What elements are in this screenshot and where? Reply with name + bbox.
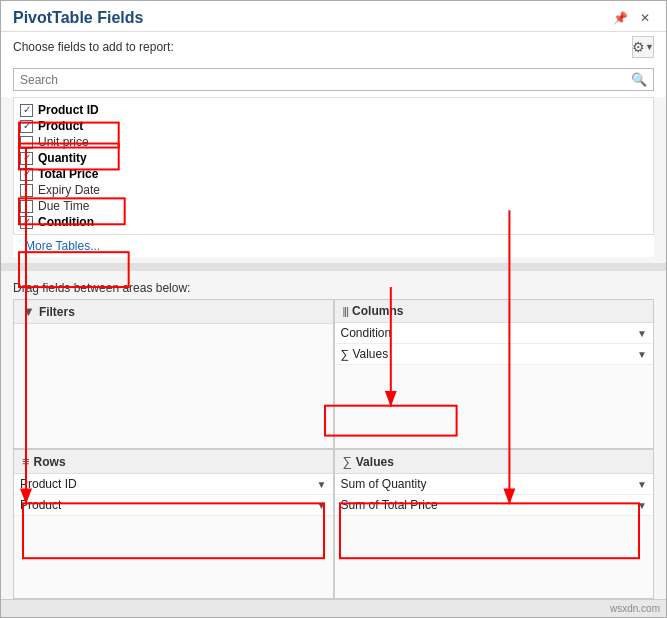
search-area: 🔍 [1, 64, 666, 97]
areas-grid: ▼ Filters ||| Columns Condition ▼ ∑ Valu… [13, 299, 654, 599]
row-item-product-arrow: ▼ [317, 500, 327, 511]
field-item-due_time[interactable]: Due Time [14, 198, 653, 214]
columns-icon: ||| [343, 305, 349, 317]
values-panel: ∑ Values Sum of Quantity ▼ Sum of Total … [334, 449, 655, 599]
field-checkbox-product_id[interactable] [20, 104, 33, 117]
pivot-table-fields-panel: PivotTable Fields 📌 ✕ Choose fields to a… [0, 0, 667, 618]
value-item-quantity-label: Sum of Quantity [341, 477, 638, 491]
fields-list: Product IDProductUnit priceQuantityTotal… [13, 97, 654, 235]
column-item-values[interactable]: ∑ Values ▼ [335, 344, 654, 365]
columns-header: ||| Columns [335, 300, 654, 323]
field-label-total_price: Total Price [38, 167, 98, 181]
title-controls: 📌 ✕ [609, 11, 654, 25]
value-item-quantity[interactable]: Sum of Quantity ▼ [335, 474, 654, 495]
separator [1, 263, 666, 271]
field-label-product: Product [38, 119, 83, 133]
column-item-condition-label: Condition [341, 326, 638, 340]
row-item-productid[interactable]: Product ID ▼ [14, 474, 333, 495]
rows-label: Rows [34, 455, 66, 469]
search-input[interactable] [20, 73, 631, 87]
drag-label: Drag fields between areas below: [1, 277, 666, 299]
field-item-product[interactable]: Product [14, 118, 653, 134]
field-checkbox-unit_price[interactable] [20, 136, 33, 149]
field-checkbox-product[interactable] [20, 120, 33, 133]
values-icon: ∑ [343, 454, 352, 469]
field-label-expiry_date: Expiry Date [38, 183, 100, 197]
rows-header: ≡ Rows [14, 450, 333, 474]
panel-title: PivotTable Fields [13, 9, 143, 27]
field-checkbox-total_price[interactable] [20, 168, 33, 181]
columns-panel: ||| Columns Condition ▼ ∑ Values ▼ [334, 299, 655, 449]
filters-label: Filters [39, 305, 75, 319]
field-checkbox-expiry_date[interactable] [20, 184, 33, 197]
value-item-totalprice[interactable]: Sum of Total Price ▼ [335, 495, 654, 516]
close-button[interactable]: ✕ [636, 11, 654, 25]
field-checkbox-condition[interactable] [20, 216, 33, 229]
values-header: ∑ Values [335, 450, 654, 474]
field-item-product_id[interactable]: Product ID [14, 102, 653, 118]
field-label-due_time: Due Time [38, 199, 89, 213]
row-item-product[interactable]: Product ▼ [14, 495, 333, 516]
pin-button[interactable]: 📌 [609, 11, 632, 25]
rows-icon: ≡ [22, 454, 30, 469]
value-item-totalprice-arrow: ▼ [637, 500, 647, 511]
subtitle-text: Choose fields to add to report: [13, 40, 174, 54]
rows-panel: ≡ Rows Product ID ▼ Product ▼ [13, 449, 334, 599]
field-label-condition: Condition [38, 215, 94, 229]
values-label: Values [356, 455, 394, 469]
title-bar: PivotTable Fields 📌 ✕ [1, 1, 666, 32]
field-item-total_price[interactable]: Total Price [14, 166, 653, 182]
search-icon: 🔍 [631, 72, 647, 87]
gear-button[interactable]: ⚙ ▼ [632, 36, 654, 58]
filters-panel: ▼ Filters [13, 299, 334, 449]
field-checkbox-due_time[interactable] [20, 200, 33, 213]
columns-label: Columns [352, 304, 403, 318]
column-item-condition-arrow: ▼ [637, 328, 647, 339]
row-item-productid-label: Product ID [20, 477, 317, 491]
value-item-quantity-arrow: ▼ [637, 479, 647, 490]
bottom-bar: wsxdn.com [1, 599, 666, 617]
field-item-expiry_date[interactable]: Expiry Date [14, 182, 653, 198]
field-checkbox-quantity[interactable] [20, 152, 33, 165]
column-item-values-label: ∑ Values [341, 347, 638, 361]
row-item-product-label: Product [20, 498, 317, 512]
search-box[interactable]: 🔍 [13, 68, 654, 91]
watermark: wsxdn.com [610, 603, 660, 614]
field-item-quantity[interactable]: Quantity [14, 150, 653, 166]
column-item-condition[interactable]: Condition ▼ [335, 323, 654, 344]
gear-icon: ⚙ [632, 39, 645, 55]
field-label-product_id: Product ID [38, 103, 99, 117]
field-item-unit_price[interactable]: Unit price [14, 134, 653, 150]
field-label-quantity: Quantity [38, 151, 87, 165]
value-item-totalprice-label: Sum of Total Price [341, 498, 638, 512]
dropdown-icon: ▼ [645, 42, 654, 52]
filters-header: ▼ Filters [14, 300, 333, 324]
column-item-values-arrow: ▼ [637, 349, 647, 360]
more-tables-link[interactable]: More Tables... [13, 235, 654, 257]
row-item-productid-arrow: ▼ [317, 479, 327, 490]
field-label-unit_price: Unit price [38, 135, 89, 149]
subtitle-bar: Choose fields to add to report: ⚙ ▼ [1, 32, 666, 64]
field-item-condition[interactable]: Condition [14, 214, 653, 230]
filter-icon: ▼ [22, 304, 35, 319]
